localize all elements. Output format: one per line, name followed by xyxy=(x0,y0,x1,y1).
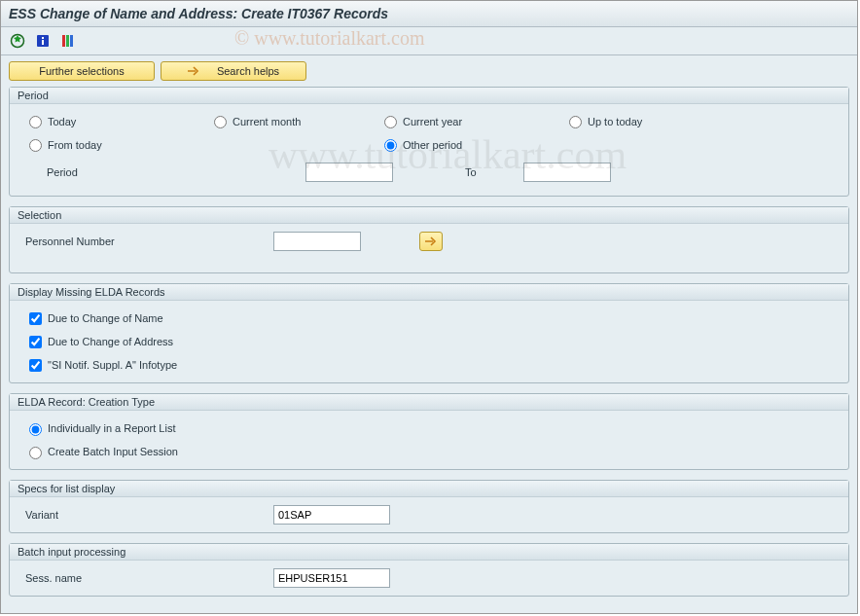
specs-legend: Specs for list display xyxy=(10,481,848,497)
period-from-input[interactable] xyxy=(305,163,393,182)
period-from-label: Period xyxy=(19,166,251,178)
period-today-label: Today xyxy=(48,116,76,127)
search-helps-button[interactable]: Search helps xyxy=(161,61,306,81)
svg-rect-6 xyxy=(70,35,73,47)
period-to-label: To xyxy=(442,166,523,178)
selection-group: Selection Personnel Number xyxy=(9,206,849,273)
variant-input[interactable] xyxy=(273,505,390,525)
creation-type-legend: ELDA Record: Creation Type xyxy=(10,394,848,411)
batch-input-group: Batch input processing Sess. name xyxy=(9,543,849,597)
period-other-label: Other period xyxy=(403,139,462,151)
period-current-year-radio[interactable] xyxy=(384,116,397,128)
variant-label: Variant xyxy=(19,503,273,526)
sess-name-label: Sess. name xyxy=(19,566,273,590)
period-current-month-radio[interactable] xyxy=(214,116,227,128)
period-today-radio[interactable] xyxy=(29,116,42,128)
period-up-to-today-label: Up to today xyxy=(588,116,642,127)
arrow-right-icon xyxy=(188,66,199,76)
search-helps-label: Search helps xyxy=(217,65,279,77)
period-from-today-label: From today xyxy=(48,139,102,151)
svg-rect-2 xyxy=(42,37,44,39)
batch-input-legend: Batch input processing xyxy=(10,544,848,561)
color-bars-icon[interactable] xyxy=(59,32,77,50)
content-area: Period Today Current month Current year xyxy=(1,87,857,604)
execute-icon[interactable] xyxy=(9,32,26,50)
change-address-label: Due to Change of Address xyxy=(48,330,173,353)
display-missing-legend: Display Missing ELDA Records xyxy=(10,284,848,301)
creation-individually-radio[interactable] xyxy=(29,423,42,436)
creation-type-group: ELDA Record: Creation Type Individually … xyxy=(9,393,849,470)
si-notif-checkbox[interactable] xyxy=(29,359,42,372)
watermark-small: © www.tutorialkart.com xyxy=(234,27,425,50)
window-title: ESS Change of Name and Address: Create I… xyxy=(9,6,388,21)
period-current-month-label: Current month xyxy=(233,116,301,127)
sess-name-input[interactable] xyxy=(273,568,390,588)
icon-toolbar: © www.tutorialkart.com xyxy=(1,27,857,55)
selection-legend: Selection xyxy=(10,207,848,224)
further-selections-button[interactable]: Further selections xyxy=(9,61,155,81)
sap-window: ESS Change of Name and Address: Create I… xyxy=(0,0,858,614)
svg-rect-5 xyxy=(66,35,69,47)
change-name-checkbox[interactable] xyxy=(29,312,42,325)
period-current-year-label: Current year xyxy=(403,116,462,127)
period-up-to-today-radio[interactable] xyxy=(569,116,582,128)
period-legend: Period xyxy=(10,88,848,104)
specs-group: Specs for list display Variant xyxy=(9,480,849,533)
change-name-label: Due to Change of Name xyxy=(48,307,163,330)
svg-rect-3 xyxy=(42,40,44,45)
creation-individually-label: Individually in a Report List xyxy=(48,417,175,440)
svg-rect-4 xyxy=(62,35,65,47)
creation-batch-radio[interactable] xyxy=(29,447,42,459)
period-other-radio[interactable] xyxy=(384,139,397,152)
info-icon[interactable] xyxy=(34,32,52,50)
period-group: Period Today Current month Current year xyxy=(9,87,849,197)
arrow-right-icon xyxy=(425,236,437,246)
title-bar: ESS Change of Name and Address: Create I… xyxy=(1,1,857,27)
further-selections-label: Further selections xyxy=(39,65,124,77)
multiple-selection-button[interactable] xyxy=(419,232,443,251)
personnel-number-input[interactable] xyxy=(273,232,361,251)
display-missing-group: Display Missing ELDA Records Due to Chan… xyxy=(9,283,849,383)
period-from-today-radio[interactable] xyxy=(29,139,42,152)
creation-batch-label: Create Batch Input Session xyxy=(48,440,178,463)
selection-button-bar: Further selections Search helps xyxy=(1,55,857,87)
si-notif-label: "SI Notif. Suppl. A" Infotype xyxy=(48,353,177,377)
change-address-checkbox[interactable] xyxy=(29,336,42,348)
period-to-input[interactable] xyxy=(523,163,611,182)
personnel-number-label: Personnel Number xyxy=(19,230,273,253)
